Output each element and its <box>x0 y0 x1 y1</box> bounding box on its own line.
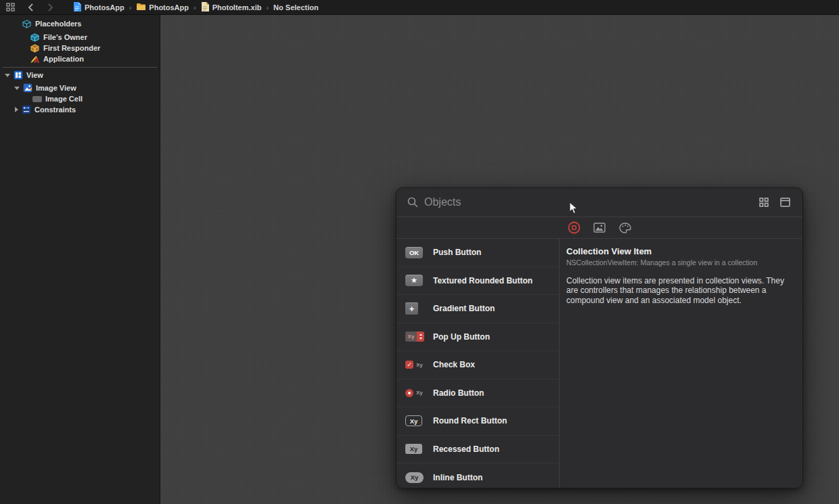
placeholders-cube-icon <box>22 19 32 29</box>
check-box-icon: ✓ <box>405 361 413 369</box>
xib-file-icon <box>201 2 209 13</box>
list-item-label: Textured Rounded Button <box>433 276 532 285</box>
round-rect-button-icon: Xy <box>405 415 422 426</box>
breadcrumb-separator: › <box>129 3 132 12</box>
files-owner-cube-icon <box>30 32 40 43</box>
project-file-icon <box>73 2 81 13</box>
media-tab-icon[interactable] <box>593 221 606 235</box>
list-item-radio-button[interactable]: Xy Radio Button <box>396 380 559 408</box>
list-item-label: Round Rect Button <box>433 416 507 426</box>
search-icon <box>407 197 418 208</box>
breadcrumb: PhotosApp › PhotosApp › PhotoItem.xib › … <box>73 2 319 13</box>
detail-description: Collection view items are presented in c… <box>566 276 786 305</box>
outline-section-placeholders[interactable]: Placeholders <box>0 18 160 29</box>
library-detail-pane: Collection View Item NSCollectionViewIte… <box>560 239 802 488</box>
gradient-button-icon: + <box>405 302 418 315</box>
disclosure-down-icon[interactable] <box>14 87 20 90</box>
breadcrumb-item-file[interactable]: PhotoItem.xib <box>201 2 262 13</box>
breadcrumb-separator: › <box>266 3 269 12</box>
grid-view-icon[interactable] <box>757 196 771 209</box>
outline-item-constraints[interactable]: Constraints <box>0 104 160 115</box>
outline-label: Image View <box>36 84 76 92</box>
outline-label: Placeholders <box>35 20 81 28</box>
outline-divider <box>3 67 157 68</box>
image-view-icon <box>22 83 32 93</box>
constraints-icon <box>21 105 31 115</box>
list-item-push-button[interactable]: OK Push Button <box>396 239 559 267</box>
view-icon <box>13 70 23 81</box>
disclosure-right-icon[interactable] <box>15 107 18 112</box>
breadcrumb-label: No Selection <box>273 3 319 12</box>
back-icon[interactable] <box>23 0 38 15</box>
list-item-gradient-button[interactable]: + Gradient Button <box>396 295 559 323</box>
list-item-check-box[interactable]: ✓ Xy Check Box <box>396 351 559 380</box>
inline-button-icon: Xy <box>405 472 424 483</box>
radio-button-icon <box>405 389 413 397</box>
document-outline: Placeholders File's Owner First Responde… <box>0 15 160 504</box>
outline-item-files-owner[interactable]: File's Owner <box>0 32 160 43</box>
outline-label: Constraints <box>35 106 76 114</box>
outline-label: View <box>26 71 43 79</box>
breadcrumb-item-project[interactable]: PhotosApp <box>73 2 124 13</box>
colors-tab-icon[interactable] <box>618 221 632 235</box>
library-object-list: OK Push Button ★ Textured Rounded Button… <box>396 239 560 488</box>
library-tabs <box>396 217 802 239</box>
breadcrumb-label: PhotoItem.xib <box>212 3 262 12</box>
pop-up-button-icon: Xy <box>405 331 424 342</box>
first-responder-cube-icon <box>30 43 40 53</box>
outline-label: File's Owner <box>43 33 87 41</box>
svg-text:A: A <box>34 56 39 64</box>
recessed-button-icon: Xy <box>405 444 422 454</box>
application-icon: A <box>30 54 40 64</box>
outline-label: Application <box>43 55 84 63</box>
outline-item-image-view[interactable]: Image View <box>0 83 160 93</box>
outline-item-view[interactable]: View <box>0 70 160 81</box>
forward-icon[interactable] <box>43 0 58 15</box>
breadcrumb-label: PhotosApp <box>85 3 124 12</box>
detail-title: Collection View Item <box>566 246 786 256</box>
list-item-label: Gradient Button <box>433 304 495 313</box>
list-item-label: Push Button <box>433 248 481 257</box>
list-item-label: Pop Up Button <box>433 332 490 342</box>
outline-label: Image Cell <box>45 95 83 103</box>
related-items-icon[interactable] <box>3 0 18 15</box>
breadcrumb-item-group[interactable]: PhotosApp <box>136 3 189 12</box>
list-item-inline-button[interactable]: Xy Inline Button <box>396 463 559 488</box>
list-item-round-rect-button[interactable]: Xy Round Rect Button <box>396 407 559 436</box>
breadcrumb-label: PhotosApp <box>149 3 189 12</box>
list-item-label: Radio Button <box>433 388 484 398</box>
breadcrumb-separator: › <box>194 3 196 12</box>
push-button-icon: OK <box>405 247 423 258</box>
detail-subtitle: NSCollectionViewItem: Manages a single v… <box>566 258 786 267</box>
textured-rounded-button-icon: ★ <box>405 275 423 286</box>
list-item-pop-up-button[interactable]: Xy Pop Up Button <box>396 323 559 352</box>
library-search-row <box>396 188 802 217</box>
image-cell-icon <box>32 96 42 102</box>
outline-item-first-responder[interactable]: First Responder <box>0 43 160 53</box>
object-library-panel: OK Push Button ★ Textured Rounded Button… <box>396 187 803 488</box>
library-body: OK Push Button ★ Textured Rounded Button… <box>396 239 802 488</box>
search-input[interactable] <box>424 196 757 208</box>
folder-icon <box>136 3 145 12</box>
breadcrumb-item-selection[interactable]: No Selection <box>273 3 319 12</box>
list-item-label: Inline Button <box>433 473 482 482</box>
list-view-icon[interactable] <box>778 196 792 209</box>
list-item-textured-rounded-button[interactable]: ★ Textured Rounded Button <box>396 267 559 296</box>
outline-item-image-cell[interactable]: Image Cell <box>0 93 160 104</box>
jump-bar: PhotosApp › PhotosApp › PhotoItem.xib › … <box>0 0 839 15</box>
disclosure-down-icon[interactable] <box>5 74 10 77</box>
list-item-label: Recessed Button <box>433 444 499 454</box>
outline-label: First Responder <box>43 44 100 52</box>
outline-item-application[interactable]: A Application <box>0 53 160 64</box>
list-item-label: Check Box <box>433 360 475 369</box>
list-item-recessed-button[interactable]: Xy Recessed Button <box>396 436 559 464</box>
objects-tab-icon[interactable] <box>567 221 581 235</box>
